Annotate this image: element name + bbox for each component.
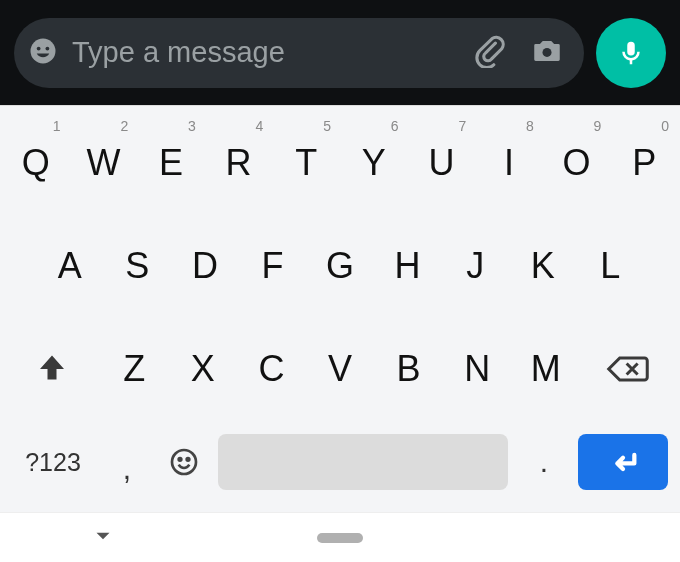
key-p[interactable]: 0P (611, 116, 677, 211)
key-row-bottom: ?123 , . (2, 420, 678, 510)
svg-point-4 (172, 450, 196, 474)
nav-bar (0, 512, 680, 562)
key-x[interactable]: X (170, 321, 237, 416)
key-hint: 2 (120, 118, 128, 134)
key-hint: 0 (661, 118, 669, 134)
key-hint: 3 (188, 118, 196, 134)
svg-point-0 (31, 38, 56, 63)
svg-point-6 (187, 458, 190, 461)
key-h[interactable]: H (375, 219, 441, 314)
comma-key[interactable]: , (98, 424, 156, 500)
key-hint: 1 (53, 118, 61, 134)
key-r[interactable]: 4R (206, 116, 272, 211)
key-label: O (563, 142, 591, 184)
key-e[interactable]: 3E (138, 116, 204, 211)
period-key[interactable]: . (514, 424, 574, 500)
key-j[interactable]: J (442, 219, 508, 314)
camera-icon[interactable] (520, 34, 564, 72)
svg-point-1 (37, 46, 41, 50)
key-label: I (504, 142, 514, 184)
key-l[interactable]: L (577, 219, 643, 314)
space-key[interactable] (218, 434, 508, 490)
key-row-2: ASDFGHJKL (2, 215, 678, 318)
key-u[interactable]: 7U (409, 116, 475, 211)
key-g[interactable]: G (307, 219, 373, 314)
key-hint: 7 (458, 118, 466, 134)
key-n[interactable]: N (444, 321, 511, 416)
emoji-icon[interactable] (28, 36, 58, 70)
emoji-key[interactable] (156, 424, 212, 500)
key-label: E (159, 142, 183, 184)
backspace-key[interactable] (580, 317, 676, 420)
svg-point-3 (542, 47, 551, 56)
message-input[interactable] (72, 36, 448, 69)
key-k[interactable]: K (510, 219, 576, 314)
key-b[interactable]: B (375, 321, 442, 416)
composer-bar (0, 0, 680, 105)
key-hint: 8 (526, 118, 534, 134)
key-z[interactable]: Z (101, 321, 168, 416)
home-gesture-pill[interactable] (317, 533, 363, 543)
svg-point-5 (179, 458, 182, 461)
key-label: U (428, 142, 454, 184)
key-row-3: ZXCVBNM (2, 317, 678, 420)
key-row-1: 1Q2W3E4R5T6Y7U8I9O0P (2, 112, 678, 215)
attach-icon[interactable] (462, 34, 506, 72)
key-q[interactable]: 1Q (3, 116, 69, 211)
key-y[interactable]: 6Y (341, 116, 407, 211)
key-hint: 4 (256, 118, 264, 134)
key-label: R (226, 142, 252, 184)
svg-point-2 (46, 46, 50, 50)
key-t[interactable]: 5T (273, 116, 339, 211)
enter-key[interactable] (578, 434, 668, 490)
key-v[interactable]: V (307, 321, 374, 416)
key-i[interactable]: 8I (476, 116, 542, 211)
key-label: Q (22, 142, 50, 184)
key-f[interactable]: F (240, 219, 306, 314)
key-a[interactable]: A (37, 219, 103, 314)
key-m[interactable]: M (512, 321, 579, 416)
key-label: T (295, 142, 317, 184)
shift-key[interactable] (4, 317, 100, 420)
keyboard: 1Q2W3E4R5T6Y7U8I9O0P ASDFGHJKL ZXCVBNM ?… (0, 105, 680, 512)
key-d[interactable]: D (172, 219, 238, 314)
key-hint: 5 (323, 118, 331, 134)
key-label: P (632, 142, 656, 184)
symbols-key[interactable]: ?123 (8, 424, 98, 500)
key-hint: 9 (594, 118, 602, 134)
key-label: W (86, 142, 120, 184)
key-label: Y (362, 142, 386, 184)
key-o[interactable]: 9O (544, 116, 610, 211)
collapse-keyboard-icon[interactable] (90, 523, 116, 553)
key-hint: 6 (391, 118, 399, 134)
voice-button[interactable] (596, 18, 666, 88)
key-s[interactable]: S (105, 219, 171, 314)
key-w[interactable]: 2W (71, 116, 137, 211)
key-c[interactable]: C (238, 321, 305, 416)
message-pill (14, 18, 584, 88)
